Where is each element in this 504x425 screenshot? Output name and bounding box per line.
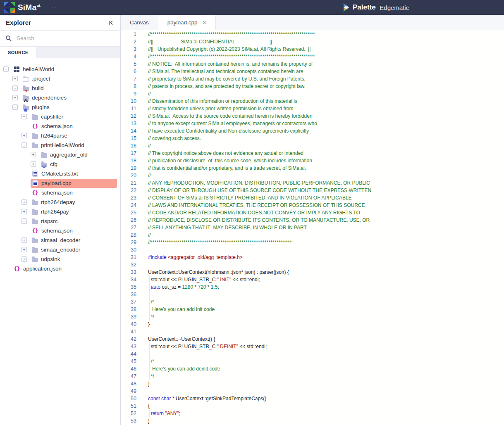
code-line[interactable]: 44 [121,350,504,358]
tree-item-body[interactable]: {}schema.json [31,188,76,197]
code-line[interactable]: 19// that is confidential and/or proprie… [121,164,504,172]
code-line[interactable]: 28// [121,231,504,239]
code-line[interactable]: 35 auto out_sz = 1280 * 720 * 1.5; [121,283,504,291]
code-line[interactable]: 32 [121,261,504,268]
code-line[interactable]: 42UserContext::~UserContext() { [121,335,504,343]
expand-toggle-icon[interactable]: + [12,95,18,100]
code-line[interactable]: 31#include <aggregator_old/agg_template.… [121,254,504,261]
tree-item-schema-json[interactable]: {}schema.json [0,121,120,131]
tree-item-helloaiworld[interactable]: −helloAIWorld [0,64,120,74]
tree-item-body[interactable]: rtspsrc [30,217,61,226]
code-line[interactable]: 38 Here's you can add init code [121,306,504,313]
tree-item-body[interactable]: simaai_encoder [30,245,84,254]
collapse-toggle-icon[interactable]: − [21,142,27,148]
code-line[interactable]: 3//|| Unpublished Copyright (c) 2022-202… [121,45,504,53]
code-line[interactable]: 23// CONSENT OF SiMa.ai IS STRICTLY PROH… [121,194,504,202]
tree-item-simaai-decoder[interactable]: +simaai_decoder [0,235,120,245]
tree-item-body[interactable]: simaai_decoder [30,236,84,245]
tree-item-body[interactable]: cfg [39,160,61,169]
code-line[interactable]: 6// SiMa.ai. The intellectual and techni… [121,68,504,75]
code-line[interactable]: 33UserContext::UserContext(nlohmann::jso… [121,268,504,276]
code-line[interactable]: 7// proprietary to SiMa and may be cover… [121,75,504,83]
code-line[interactable]: 30 [121,246,504,254]
tree-item-payload-cpp[interactable]: payload.cpp [0,178,120,188]
tree-item-body[interactable]: payload.cpp [31,179,117,188]
code-line[interactable]: 43 std::cout << PLUGIN_STR_C " DEINIT" <… [121,343,504,350]
code-line[interactable]: 17// The copyright notice above does not… [121,150,504,157]
code-line[interactable]: 36 [121,291,504,298]
tree-item-body[interactable]: rtph264pay [30,207,72,216]
tree-item-body[interactable]: aggregator_old [39,150,91,159]
tree-item-body[interactable]: plugins [21,103,53,112]
tab-source[interactable]: SOURCE [0,47,36,58]
collapse-toggle-icon[interactable]: − [21,218,27,224]
tree-item-cfg[interactable]: +cfg [0,159,120,169]
code-line[interactable]: 40} [121,321,504,328]
tree-item-body[interactable]: {}schema.json [31,122,76,131]
tree-item-capsfilter[interactable]: −capsfilter [0,112,120,121]
code-line[interactable]: 4//*************************************… [121,53,504,60]
tree-item-body[interactable]: rtph264depay [30,198,79,207]
code-line[interactable]: 50const char * UserContext::getSinkPadTe… [121,395,504,402]
code-editor[interactable]: 1//*************************************… [121,30,504,425]
code-line[interactable]: 53} [121,417,504,425]
code-line[interactable]: 8// patents in process, and are protecte… [121,83,504,90]
code-line[interactable]: 16// [121,142,504,150]
code-line[interactable]: 27// SELL ANYTHING THAT IT MAY DESCRIBE,… [121,224,504,231]
expand-toggle-icon[interactable]: + [21,237,27,243]
code-line[interactable]: 52 return "ANY"; [121,410,504,417]
code-line[interactable]: 49 [121,387,504,395]
collapse-toggle-icon[interactable]: − [12,104,18,110]
code-line[interactable]: 46 Here's you can add deinit code [121,365,504,373]
code-line[interactable]: 10// Dissemination of this information o… [121,97,504,105]
search-input[interactable] [16,35,115,42]
code-line[interactable]: 14// have executed Confidentiality and N… [121,127,504,135]
code-line[interactable]: 5// NOTICE: All information contained he… [121,60,504,68]
code-line[interactable]: 39 */ [121,313,504,321]
code-line[interactable]: 25// CODE AND/OR RELATED INFORMATION DOE… [121,209,504,216]
tab-payload-cpp[interactable]: payload.cpp × [158,15,216,30]
tree-item-body[interactable]: helloAIWorld [12,65,57,74]
code-line[interactable]: 13// to anyone except current SiMa.ai em… [121,120,504,127]
code-line[interactable]: 45 /* [121,358,504,365]
expand-toggle-icon[interactable]: + [21,133,27,138]
expand-toggle-icon[interactable]: + [31,161,36,167]
tree-item-body[interactable]: {}application.json [12,264,65,273]
tree-item-schema-json[interactable]: {}schema.json [0,188,120,197]
code-line[interactable]: 26// REPRODUCE, DISCLOSE OR DISTRIBUTE I… [121,216,504,224]
tree-item-plugins[interactable]: −plugins [0,102,120,112]
expand-toggle-icon[interactable]: + [12,76,18,81]
expand-toggle-icon[interactable]: + [21,256,27,262]
code-line[interactable]: 2//|| SiMa.ai CONFIDENTIAL || [121,38,504,45]
tree-item-printhelloaiworld[interactable]: −printHelloAIWorld [0,140,120,150]
close-icon[interactable]: × [203,19,206,26]
code-line[interactable]: 9// [121,90,504,97]
code-line[interactable]: 15// covering such access. [121,135,504,142]
topbar-menu-ellipsis[interactable]: ... [52,2,60,9]
code-line[interactable]: 37 /* [121,298,504,306]
code-line[interactable]: 21// ANY REPRODUCTION, MODIFICATION, DIS… [121,179,504,187]
code-line[interactable]: 41 [121,328,504,335]
code-line[interactable]: 47 */ [121,373,504,380]
code-line[interactable]: 1//*************************************… [121,31,504,38]
tree-item-application-json[interactable]: {}application.json [0,264,120,273]
tree-item-cmakelists-txt[interactable]: CMakeLists.txt [0,169,120,178]
tree-item-aggregator-old[interactable]: +aggregator_old [0,150,120,159]
expand-toggle-icon[interactable]: + [21,247,27,252]
code-line[interactable]: 51{ [121,402,504,410]
tree-item-body[interactable]: udpsink [30,255,64,264]
code-line[interactable]: 24// LAWS AND INTERNATIONAL TREATIES. TH… [121,202,504,209]
tab-canvas[interactable]: Canvas [121,15,158,30]
code-line[interactable]: 48} [121,380,504,387]
tree-item-body[interactable]: CMakeLists.txt [31,169,81,178]
tree-item-body[interactable]: capsfilter [30,112,67,121]
code-line[interactable]: 20// [121,172,504,179]
expand-toggle-icon[interactable]: + [12,85,18,91]
code-line[interactable]: 12// SiMa.ai. Access to the source code … [121,112,504,120]
collapse-toggle-icon[interactable]: − [3,66,9,72]
code-line[interactable]: 29//************************************… [121,239,504,246]
tree-item-body[interactable]: printHelloAIWorld [30,141,88,150]
tree-item--project[interactable]: +.project [0,74,120,83]
expand-toggle-icon[interactable]: + [21,199,27,205]
tree-item-schema-json[interactable]: {}schema.json [0,226,120,235]
